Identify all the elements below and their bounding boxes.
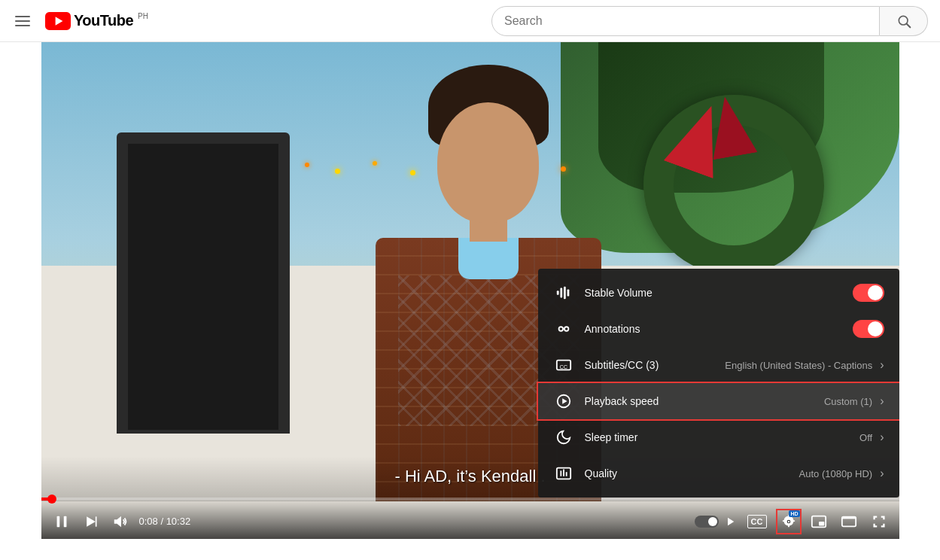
svg-point-11 <box>558 327 563 331</box>
cc-settings-icon: CC <box>553 355 574 376</box>
quality-icon <box>553 463 574 484</box>
search-bar <box>491 6 928 36</box>
svg-rect-31 <box>819 522 824 526</box>
waveform-icon <box>553 282 574 303</box>
controls-bar: 0:08 / 10:32 CC HD <box>41 498 899 539</box>
svg-marker-23 <box>87 516 96 526</box>
hamburger-menu-button[interactable] <box>12 13 33 29</box>
svg-point-12 <box>564 327 568 331</box>
theater-mode-button[interactable] <box>838 510 860 533</box>
playback-speed-value: Custom (1) › <box>824 394 884 408</box>
autoplay-toggle[interactable] <box>695 515 737 528</box>
svg-marker-26 <box>728 517 734 525</box>
skip-next-button[interactable] <box>81 511 102 532</box>
sleep-timer-value: Off › <box>859 431 884 444</box>
pause-button[interactable] <box>50 510 73 533</box>
playback-speed-chevron: › <box>880 394 884 408</box>
svg-rect-8 <box>560 288 562 298</box>
quality-chevron: › <box>880 467 884 480</box>
video-player[interactable]: Stable Volume Annotations <box>41 42 899 539</box>
miniplayer-button[interactable] <box>808 510 830 533</box>
svg-rect-10 <box>567 289 569 296</box>
autoplay-track <box>695 516 719 528</box>
svg-rect-7 <box>556 291 558 295</box>
svg-rect-9 <box>564 287 566 300</box>
subtitles-chevron: › <box>880 358 884 372</box>
svg-point-29 <box>787 520 789 522</box>
sleep-timer-chevron: › <box>880 431 884 444</box>
progress-fill <box>41 498 53 501</box>
search-input[interactable] <box>491 6 880 36</box>
header: YouTube PH <box>0 0 940 42</box>
svg-marker-16 <box>562 398 567 403</box>
sleep-timer-label: Sleep timer <box>585 431 860 443</box>
settings-row-annotations[interactable]: Annotations <box>538 311 899 347</box>
sleep-timer-icon <box>553 427 574 448</box>
svg-rect-2 <box>15 25 30 26</box>
search-button[interactable] <box>880 6 928 36</box>
time-display: 0:08 / 10:32 <box>139 516 191 527</box>
settings-button[interactable]: HD <box>777 510 800 533</box>
annotations-toggle[interactable] <box>853 320 884 338</box>
hd-badge: HD <box>789 510 799 517</box>
svg-rect-22 <box>63 516 66 527</box>
stable-volume-toggle[interactable] <box>853 284 884 302</box>
subtitles-value: English (United States) - Captions › <box>725 358 884 372</box>
svg-line-6 <box>906 23 910 27</box>
progress-bar[interactable] <box>41 498 899 501</box>
settings-row-stable-volume[interactable]: Stable Volume <box>538 275 899 311</box>
settings-row-sleep-timer[interactable]: Sleep timer Off › <box>538 419 899 455</box>
playback-speed-icon <box>553 391 574 412</box>
settings-row-quality[interactable]: Quality Auto (1080p HD) › <box>538 455 899 492</box>
quality-value: Auto (1080p HD) › <box>799 467 884 480</box>
country-label: PH <box>138 12 148 20</box>
stable-volume-label: Stable Volume <box>585 287 853 299</box>
youtube-logo[interactable]: YouTube PH <box>45 12 148 30</box>
svg-rect-21 <box>56 516 59 527</box>
playback-speed-label: Playback speed <box>585 395 824 407</box>
cc-label: CC <box>747 515 767 528</box>
header-left: YouTube PH <box>12 12 148 30</box>
settings-panel: Stable Volume Annotations <box>538 269 899 498</box>
svg-rect-33 <box>841 516 855 519</box>
youtube-wordmark: YouTube <box>74 12 133 29</box>
svg-text:CC: CC <box>559 364 567 370</box>
svg-rect-0 <box>15 16 30 17</box>
settings-row-playback-speed[interactable]: Playback speed Custom (1) › <box>538 383 899 419</box>
svg-rect-1 <box>15 20 30 22</box>
svg-marker-25 <box>114 516 120 527</box>
cc-button[interactable]: CC <box>744 512 770 531</box>
fullscreen-button[interactable] <box>868 510 890 533</box>
subtitles-label: Subtitles/CC (3) <box>585 359 726 371</box>
annotations-icon <box>553 318 574 339</box>
quality-label: Quality <box>585 467 799 479</box>
annotations-label: Annotations <box>585 323 853 335</box>
volume-button[interactable] <box>109 510 132 533</box>
settings-row-subtitles[interactable]: CC Subtitles/CC (3) English (United Stat… <box>538 347 899 383</box>
autoplay-knob <box>708 517 717 526</box>
autoplay-play-icon <box>723 515 737 528</box>
svg-rect-24 <box>95 516 96 526</box>
